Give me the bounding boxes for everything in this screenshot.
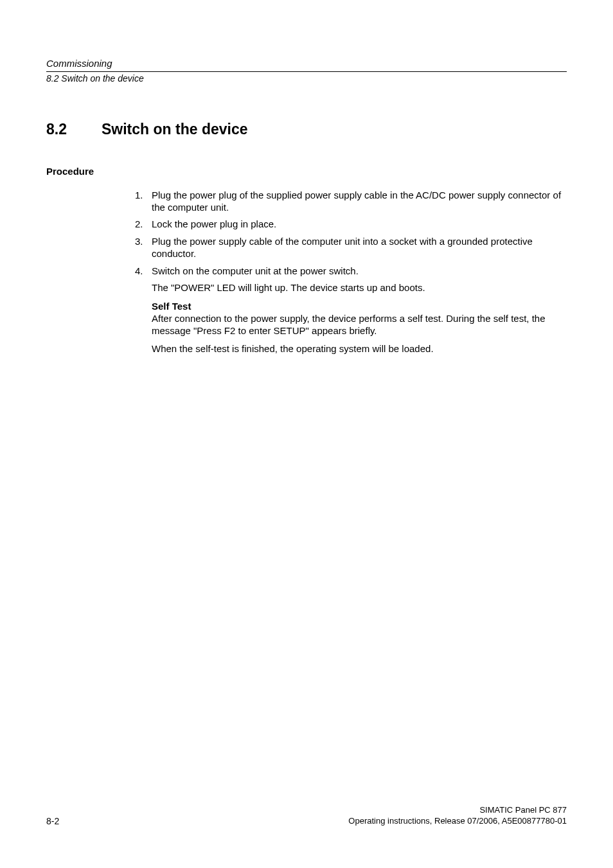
list-item: 3. Plug the power supply cable of the co… <box>135 236 567 260</box>
list-item: 4. Switch on the computer unit at the po… <box>135 265 567 278</box>
self-test-closing: When the self-test is finished, the oper… <box>152 343 567 355</box>
page-footer: SIMATIC Panel PC 877 Operating instructi… <box>46 804 567 827</box>
self-test-block: Self Test After connection to the power … <box>152 301 567 337</box>
list-text: Plug the power plug of the supplied powe… <box>152 190 567 214</box>
footer-right: SIMATIC Panel PC 877 Operating instructi… <box>46 804 567 827</box>
list-text: Switch on the computer unit at the power… <box>152 265 567 278</box>
list-number: 3. <box>135 236 152 260</box>
list-item: 1. Plug the power plug of the supplied p… <box>135 190 567 214</box>
running-header-section: 8.2 Switch on the device <box>46 73 567 85</box>
footer-docref: Operating instructions, Release 07/2006,… <box>46 815 567 827</box>
footer-product: SIMATIC Panel PC 877 <box>46 804 567 816</box>
self-test-text: After connection to the power supply, th… <box>152 313 546 336</box>
body: 1. Plug the power plug of the supplied p… <box>135 190 567 355</box>
list-item: 2. Lock the power plug in place. <box>135 218 567 231</box>
list-number: 2. <box>135 218 152 231</box>
procedure-heading: Procedure <box>46 166 567 178</box>
ordered-list: 1. Plug the power plug of the supplied p… <box>135 190 567 278</box>
list-number: 4. <box>135 265 152 278</box>
footer-page-number: 8-2 <box>46 816 59 828</box>
section-number: 8.2 <box>46 120 102 139</box>
self-test-title: Self Test <box>152 301 191 312</box>
section-heading: 8.2 Switch on the device <box>46 120 567 139</box>
section-title: Switch on the device <box>102 120 248 139</box>
list-number: 1. <box>135 190 152 214</box>
running-header-chapter: Commissioning <box>46 58 567 70</box>
list-text: Plug the power supply cable of the compu… <box>152 236 567 260</box>
post-step-note: The "POWER" LED will light up. The devic… <box>152 282 567 294</box>
header-rule <box>46 71 567 72</box>
list-text: Lock the power plug in place. <box>152 218 567 231</box>
page: Commissioning 8.2 Switch on the device 8… <box>0 0 613 868</box>
